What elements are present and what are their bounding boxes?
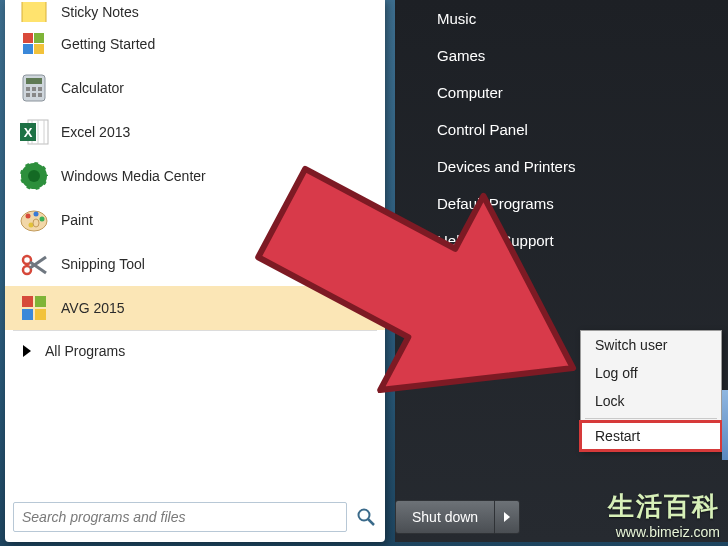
start-menu-right-panel: Music Games Computer Control Panel Devic… xyxy=(395,0,728,542)
program-label: Sticky Notes xyxy=(61,4,139,20)
triangle-right-icon xyxy=(23,345,31,357)
taskbar-stub xyxy=(722,390,728,460)
shutdown-button[interactable]: Shut down xyxy=(395,500,495,534)
svg-rect-11 xyxy=(32,93,36,97)
shutdown-row: Shut down xyxy=(395,500,520,534)
svg-rect-35 xyxy=(35,309,46,320)
program-label: AVG 2015 xyxy=(61,300,125,316)
svg-point-27 xyxy=(33,219,39,227)
program-label: Snipping Tool xyxy=(61,256,145,272)
svg-rect-6 xyxy=(26,78,42,84)
watermark-url: www.bimeiz.com xyxy=(608,524,720,540)
watermark: 生活百科 www.bimeiz.com xyxy=(608,489,720,540)
power-log-off[interactable]: Log off xyxy=(581,359,721,387)
power-options-menu: Switch user Log off Lock Restart xyxy=(580,330,722,451)
watermark-title: 生活百科 xyxy=(608,489,720,524)
program-avg[interactable]: AVG 2015 xyxy=(5,286,385,330)
svg-rect-4 xyxy=(34,44,44,54)
right-item-games[interactable]: Games xyxy=(395,37,728,74)
svg-rect-2 xyxy=(34,33,44,43)
wmc-icon xyxy=(17,159,51,193)
svg-rect-34 xyxy=(22,309,33,320)
search-icon[interactable] xyxy=(355,506,377,528)
scissors-icon xyxy=(17,247,51,281)
svg-text:X: X xyxy=(24,125,33,140)
program-label: Calculator xyxy=(61,80,124,96)
power-switch-user[interactable]: Switch user xyxy=(581,331,721,359)
svg-rect-33 xyxy=(35,296,46,307)
power-restart[interactable]: Restart xyxy=(581,422,721,450)
calculator-icon xyxy=(17,71,51,105)
svg-rect-0 xyxy=(22,2,46,22)
svg-rect-8 xyxy=(32,87,36,91)
right-item-control-panel[interactable]: Control Panel xyxy=(395,111,728,148)
svg-rect-9 xyxy=(38,87,42,91)
search-row: Search programs and files xyxy=(13,500,377,534)
program-paint[interactable]: Paint xyxy=(5,198,385,242)
svg-point-21 xyxy=(28,170,40,182)
separator xyxy=(585,418,717,419)
svg-point-23 xyxy=(26,214,31,219)
sticky-notes-icon xyxy=(17,2,51,22)
svg-point-25 xyxy=(40,217,45,222)
flag-icon xyxy=(17,27,51,61)
svg-rect-7 xyxy=(26,87,30,91)
svg-rect-3 xyxy=(23,44,33,54)
svg-rect-10 xyxy=(26,93,30,97)
search-input[interactable]: Search programs and files xyxy=(13,502,347,532)
all-programs-label: All Programs xyxy=(45,343,125,359)
program-excel[interactable]: X Excel 2013 xyxy=(5,110,385,154)
excel-icon: X xyxy=(17,115,51,149)
program-label: Getting Started xyxy=(61,36,155,52)
program-label: Windows Media Center xyxy=(61,168,206,184)
program-getting-started[interactable]: Getting Started xyxy=(5,22,385,66)
right-item-music[interactable]: Music xyxy=(395,0,728,37)
right-item-devices-printers[interactable]: Devices and Printers xyxy=(395,148,728,185)
svg-line-37 xyxy=(368,519,374,525)
triangle-right-icon xyxy=(504,512,510,522)
program-wmc[interactable]: Windows Media Center xyxy=(5,154,385,198)
program-label: Excel 2013 xyxy=(61,124,130,140)
program-calculator[interactable]: Calculator xyxy=(5,66,385,110)
all-programs[interactable]: All Programs xyxy=(5,331,385,371)
start-menu-left-panel: Sticky Notes Getting Started Calculator … xyxy=(5,0,385,542)
right-item-help-support[interactable]: Help and Support xyxy=(395,222,728,259)
program-sticky-notes[interactable]: Sticky Notes xyxy=(5,2,385,22)
svg-rect-1 xyxy=(23,33,33,43)
svg-rect-12 xyxy=(38,93,42,97)
svg-point-36 xyxy=(359,510,370,521)
right-item-default-programs[interactable]: Default Programs xyxy=(395,185,728,222)
avg-icon xyxy=(17,291,51,325)
power-lock[interactable]: Lock xyxy=(581,387,721,415)
svg-point-24 xyxy=(34,212,39,217)
program-label: Paint xyxy=(61,212,93,228)
right-item-computer[interactable]: Computer xyxy=(395,74,728,111)
shutdown-options-arrow[interactable] xyxy=(495,500,520,534)
program-snipping-tool[interactable]: Snipping Tool xyxy=(5,242,385,286)
paint-icon xyxy=(17,203,51,237)
svg-rect-32 xyxy=(22,296,33,307)
program-list: Sticky Notes Getting Started Calculator … xyxy=(5,0,385,330)
